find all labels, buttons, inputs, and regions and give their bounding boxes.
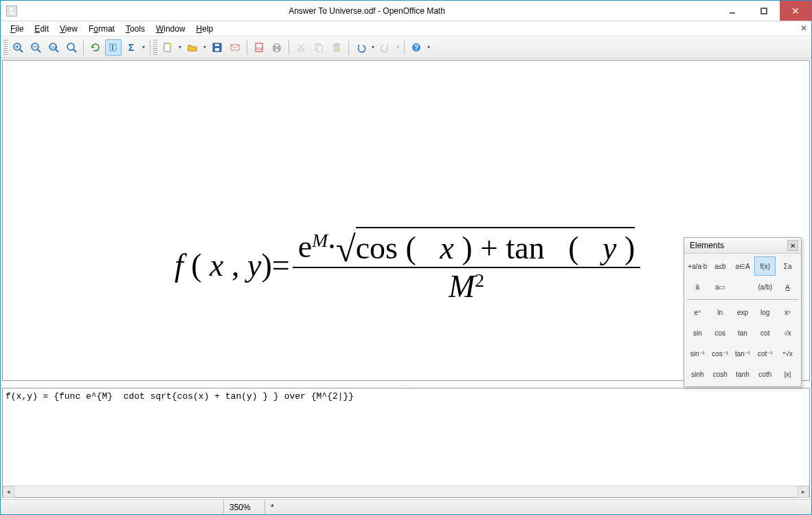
svg-rect-32 xyxy=(317,45,322,52)
title-bar: 📄 Answer To Universe.odf - OpenOffice Ma… xyxy=(1,1,811,21)
refresh-button[interactable] xyxy=(87,39,104,56)
cat-brackets[interactable]: a▭ xyxy=(710,277,731,296)
den-M: M xyxy=(449,268,475,305)
cut-button[interactable] xyxy=(293,39,309,56)
undo-dropdown[interactable]: ▾ xyxy=(370,44,376,50)
cat-relations[interactable]: a≤b xyxy=(710,256,731,276)
elements-panel[interactable]: Elements ✕ +a/a·b a≤b a∈A f(x) Σa à a▭ (… xyxy=(684,237,802,387)
fn-power[interactable]: xʸ xyxy=(777,303,798,322)
redo-dropdown[interactable]: ▾ xyxy=(394,44,401,50)
zoom-out-button[interactable] xyxy=(27,39,44,56)
equals: = xyxy=(272,247,290,283)
fn-ln[interactable]: ln xyxy=(710,303,731,322)
fn-exp[interactable]: exp xyxy=(732,303,754,322)
elements-titlebar[interactable]: Elements ✕ xyxy=(684,238,801,254)
fn-coth[interactable]: coth xyxy=(754,364,776,384)
zoom-100-button[interactable]: 100 xyxy=(45,39,62,56)
zoom-in-button[interactable] xyxy=(10,39,26,56)
svg-rect-26 xyxy=(275,49,279,52)
cat-functions[interactable]: f(x) xyxy=(754,256,776,276)
send-mail-button[interactable] xyxy=(227,39,243,56)
toolbar-separator xyxy=(247,40,247,55)
menu-help[interactable]: Help xyxy=(192,23,218,35)
fn-tanh[interactable]: tanh xyxy=(732,364,754,384)
open-dropdown[interactable]: ▾ xyxy=(201,44,208,50)
svg-line-30 xyxy=(298,44,303,49)
fn-tan[interactable]: tan xyxy=(732,323,754,342)
copy-button[interactable] xyxy=(311,39,327,56)
cat-unary-binary[interactable]: +a/a·b xyxy=(687,256,708,276)
menu-edit[interactable]: Edit xyxy=(30,23,53,35)
fn-asin[interactable]: sin⁻¹ xyxy=(687,344,708,363)
formula-code-input[interactable] xyxy=(3,388,809,485)
formula-y: y xyxy=(247,247,261,283)
formula-e: e xyxy=(298,228,312,265)
close-button[interactable]: ✕ xyxy=(780,1,811,21)
cat-operators[interactable]: Σa xyxy=(777,256,798,276)
toolbar-dropdown-2[interactable]: ▾ xyxy=(425,44,432,50)
fn-abs[interactable]: |x| xyxy=(777,364,798,384)
horizontal-scrollbar[interactable]: ◂ ▸ xyxy=(3,485,809,497)
elements-close-button[interactable]: ✕ xyxy=(787,240,798,251)
svg-point-17 xyxy=(169,43,172,46)
fn-cosh[interactable]: cosh xyxy=(710,364,731,384)
cat-formats[interactable]: (a/b) xyxy=(754,277,776,296)
fn-acos[interactable]: cos⁻¹ xyxy=(710,344,731,363)
fn-ex[interactable]: eˣ xyxy=(687,303,708,322)
menu-format[interactable]: Format xyxy=(84,23,119,35)
svg-text:PDF: PDF xyxy=(256,47,263,51)
svg-text:100: 100 xyxy=(50,45,58,50)
document-close-button[interactable]: ✕ xyxy=(800,23,807,33)
fn-sqrt[interactable]: √x xyxy=(777,323,798,342)
svg-line-29 xyxy=(299,44,304,49)
toolbar: 100 Σ ▾ ▾ ▾ PDF ▾ ▾ ? ▾ xyxy=(1,36,811,58)
open-button[interactable] xyxy=(184,39,201,56)
export-pdf-button[interactable]: PDF xyxy=(251,39,267,56)
status-zoom[interactable]: 350% xyxy=(223,500,264,514)
svg-line-10 xyxy=(56,50,58,52)
cat-others[interactable]: A̲ xyxy=(777,277,798,296)
toolbar-separator xyxy=(289,40,289,55)
application-window: 📄 Answer To Universe.odf - OpenOffice Ma… xyxy=(0,0,812,515)
svg-rect-34 xyxy=(335,43,338,45)
open-paren-2: ( xyxy=(406,230,416,265)
cat-set-operations[interactable]: a∈A xyxy=(732,256,754,276)
cat-attributes[interactable]: à xyxy=(687,277,708,296)
status-cell-1 xyxy=(3,500,223,514)
help-button[interactable]: ? xyxy=(408,39,425,56)
menu-window[interactable]: Window xyxy=(152,23,190,35)
svg-line-13 xyxy=(74,50,76,52)
maximize-button[interactable] xyxy=(748,1,780,21)
fn-cos[interactable]: cos xyxy=(710,323,731,342)
fn-sinh[interactable]: sinh xyxy=(687,364,708,384)
new-dropdown[interactable]: ▾ xyxy=(177,44,183,50)
menu-file[interactable]: File xyxy=(6,23,27,35)
fn-sin[interactable]: sin xyxy=(687,323,708,342)
undo-button[interactable] xyxy=(352,39,369,56)
scroll-left-icon[interactable]: ◂ xyxy=(3,486,14,498)
save-button[interactable] xyxy=(209,39,225,56)
tan-y: y xyxy=(602,230,616,265)
fn-atan[interactable]: tan⁻¹ xyxy=(732,344,754,363)
den-2: 2 xyxy=(475,270,484,292)
toolbar-dropdown-1[interactable]: ▾ xyxy=(140,44,147,50)
toolbar-grip[interactable] xyxy=(3,40,8,55)
fn-nroot[interactable]: ⁿ√x xyxy=(777,344,798,363)
toolbar-separator xyxy=(150,40,150,55)
zoom-fit-button[interactable] xyxy=(63,39,80,56)
symbols-catalog-button[interactable]: Σ xyxy=(123,39,139,56)
menu-view[interactable]: View xyxy=(56,23,82,35)
fn-cot[interactable]: cot xyxy=(754,323,776,342)
fn-acot[interactable]: cot⁻¹ xyxy=(754,344,776,363)
formula-cursor-button[interactable] xyxy=(105,39,122,56)
new-button[interactable] xyxy=(159,39,176,56)
menu-tools[interactable]: Tools xyxy=(122,23,149,35)
redo-button[interactable] xyxy=(377,39,394,56)
window-title: Answer To Universe.odf - OpenOffice Math xyxy=(17,6,717,16)
fn-log[interactable]: log xyxy=(754,303,776,322)
print-button[interactable] xyxy=(269,39,285,56)
scroll-right-icon[interactable]: ▸ xyxy=(798,486,809,498)
toolbar-grip-2[interactable] xyxy=(153,40,157,55)
paste-button[interactable] xyxy=(328,39,345,56)
minimize-button[interactable] xyxy=(717,1,748,21)
